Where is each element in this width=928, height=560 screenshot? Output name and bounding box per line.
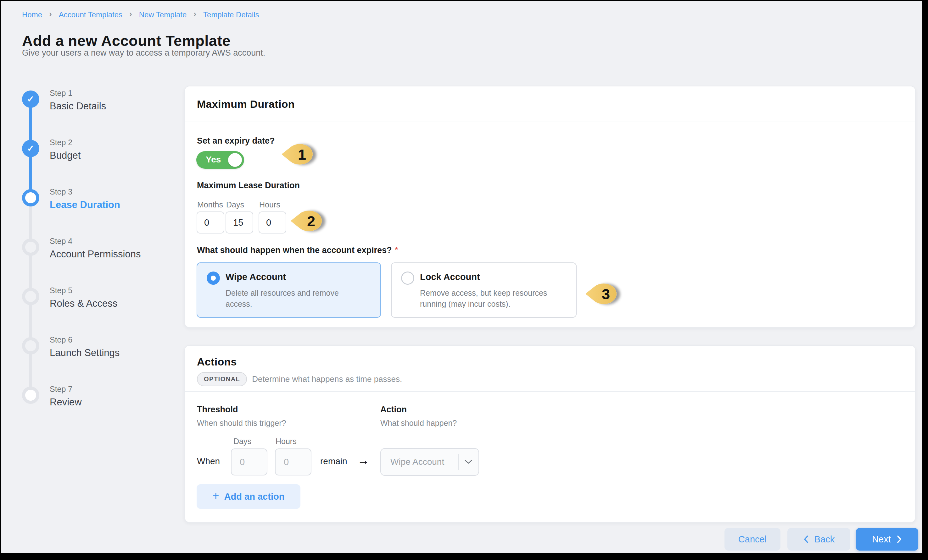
required-asterisk: * xyxy=(395,245,398,254)
chevron-left-icon xyxy=(803,535,809,544)
badge-caption: Determine what happens as time passes. xyxy=(252,374,402,384)
add-action-label: Add an action xyxy=(224,492,285,502)
add-action-button[interactable]: + Add an action xyxy=(197,484,301,509)
hours-label: Hours xyxy=(259,200,280,209)
maximum-duration-card: Maximum Duration Set an expiry date? Yes… xyxy=(184,86,916,328)
step-label: Review xyxy=(50,397,82,408)
when-label: When xyxy=(197,456,220,466)
breadcrumb-separator-icon: › xyxy=(49,9,52,19)
stepper-item-account-permissions[interactable]: Step 4 Account Permissions xyxy=(22,239,163,276)
step-label: Launch Settings xyxy=(50,347,119,359)
breadcrumb-link-new-template[interactable]: New Template xyxy=(139,11,187,19)
step-label: Lease Duration xyxy=(50,199,120,210)
step-number: Step 7 xyxy=(50,385,82,394)
card-header: Maximum Duration xyxy=(185,87,915,122)
step-number: Step 2 xyxy=(50,138,81,147)
days-input[interactable] xyxy=(226,212,253,233)
next-button[interactable]: Next xyxy=(856,528,918,551)
breadcrumb-separator-icon: › xyxy=(129,9,132,19)
breadcrumb-separator-icon: › xyxy=(194,9,196,19)
step-number: Step 1 xyxy=(50,88,106,98)
back-label: Back xyxy=(814,534,835,545)
option-lock-account[interactable]: Lock Account Remove access, but keep res… xyxy=(391,262,577,318)
lease-duration-label: Maximum Lease Duration xyxy=(197,181,300,190)
optional-badge-row: OPTIONAL Determine what happens as time … xyxy=(197,372,402,386)
action-header: Action xyxy=(380,405,407,414)
step-label: Budget xyxy=(50,150,81,161)
step-complete-check-icon: ✓ xyxy=(22,90,39,108)
stepper-item-budget[interactable]: ✓ Step 2 Budget xyxy=(22,140,163,178)
wizard-stepper: ✓ Step 1 Basic Details ✓ Step 2 Budget S… xyxy=(22,90,163,424)
expiry-question-label: Set an expiry date? xyxy=(197,136,275,146)
back-button[interactable]: Back xyxy=(788,528,850,551)
days-label: Days xyxy=(226,200,244,209)
page-title: Add a new Account Template xyxy=(22,32,230,49)
card-title: Maximum Duration xyxy=(197,98,295,110)
cancel-button[interactable]: Cancel xyxy=(725,528,780,551)
app-viewport: Home › Account Templates › New Template … xyxy=(1,1,922,553)
action-select[interactable]: Wipe Account xyxy=(380,448,479,476)
step-label: Account Permissions xyxy=(50,248,140,260)
step-label: Basic Details xyxy=(50,100,106,112)
stepper-item-launch-settings[interactable]: Step 6 Launch Settings xyxy=(22,337,163,375)
chevron-down-icon xyxy=(464,459,473,465)
radio-selected-icon[interactable] xyxy=(207,271,220,285)
stepper-item-review[interactable]: Step 7 Review xyxy=(22,387,163,424)
action-select-value: Wipe Account xyxy=(391,457,444,467)
threshold-hours-label: Hours xyxy=(276,437,297,446)
threshold-header: Threshold xyxy=(197,405,238,414)
breadcrumb: Home › Account Templates › New Template … xyxy=(22,10,259,20)
option-description: Delete all resources and remove access. xyxy=(226,288,364,309)
step-number: Step 4 xyxy=(50,237,140,246)
breadcrumb-link-account-templates[interactable]: Account Templates xyxy=(59,11,122,19)
threshold-caption: When should this trigger? xyxy=(197,418,286,428)
radio-unselected-icon[interactable] xyxy=(401,271,414,285)
screen-bezel: Home › Account Templates › New Template … xyxy=(0,0,928,560)
threshold-hours-input[interactable] xyxy=(275,449,311,475)
threshold-days-label: Days xyxy=(234,437,251,446)
step-active-dot xyxy=(22,189,39,207)
page-subtitle: Give your users a new way to access a te… xyxy=(22,48,265,58)
option-title: Lock Account xyxy=(420,272,480,282)
expires-question-label: What should happen when the account expi… xyxy=(197,245,398,255)
actions-card: Actions OPTIONAL Determine what happens … xyxy=(184,345,916,523)
next-label: Next xyxy=(872,534,891,545)
card-title: Actions xyxy=(197,356,237,368)
step-number: Step 6 xyxy=(50,335,119,344)
plus-icon: + xyxy=(213,489,219,502)
step-upcoming-dot xyxy=(22,387,39,404)
hours-input[interactable] xyxy=(259,212,286,233)
cancel-label: Cancel xyxy=(738,534,767,545)
step-number: Step 3 xyxy=(50,187,120,196)
step-upcoming-dot xyxy=(22,288,39,305)
card-divider xyxy=(185,391,915,392)
expiry-toggle[interactable]: Yes xyxy=(196,151,244,169)
toggle-knob xyxy=(228,153,242,167)
step-number: Step 5 xyxy=(50,286,118,295)
months-label: Months xyxy=(197,200,223,209)
step-complete-check-icon: ✓ xyxy=(22,140,39,157)
months-input[interactable] xyxy=(197,212,224,233)
stepper-item-basic-details[interactable]: ✓ Step 1 Basic Details xyxy=(22,90,163,128)
chevron-right-icon xyxy=(896,535,902,544)
arrow-right-icon: → xyxy=(357,454,369,467)
step-upcoming-dot xyxy=(22,337,39,355)
step-label: Roles & Access xyxy=(50,298,118,309)
option-description: Remove access, but keep resources runnin… xyxy=(420,288,559,309)
toggle-on-label: Yes xyxy=(206,155,221,165)
select-divider xyxy=(458,454,459,470)
action-caption: What should happen? xyxy=(380,418,457,428)
remain-label: remain xyxy=(320,456,347,466)
optional-badge: OPTIONAL xyxy=(197,372,247,386)
option-wipe-account[interactable]: Wipe Account Delete all resources and re… xyxy=(197,262,381,318)
breadcrumb-link-template-details[interactable]: Template Details xyxy=(203,11,259,19)
stepper-item-roles-access[interactable]: Step 5 Roles & Access xyxy=(22,288,163,326)
threshold-days-input[interactable] xyxy=(231,449,267,475)
step-upcoming-dot xyxy=(22,239,39,256)
option-title: Wipe Account xyxy=(226,272,286,282)
breadcrumb-link-home[interactable]: Home xyxy=(22,11,42,19)
stepper-item-lease-duration[interactable]: Step 3 Lease Duration xyxy=(22,189,163,227)
